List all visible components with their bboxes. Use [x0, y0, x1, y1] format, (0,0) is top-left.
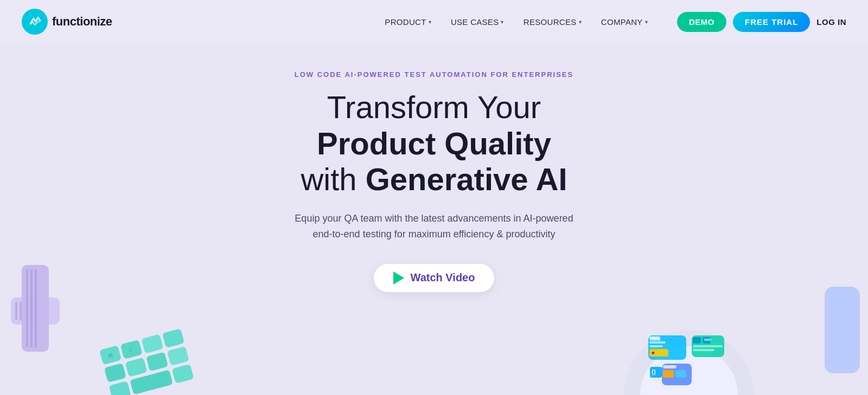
login-button[interactable]: LOG IN: [816, 17, 846, 27]
svg-rect-26: [649, 345, 663, 347]
svg-rect-33: [693, 349, 714, 351]
hero-title-line1: Transform Your: [327, 89, 541, 125]
svg-rect-14: [146, 352, 168, 371]
svg-text:SMS: SMS: [704, 338, 711, 341]
hero-content: LOW CODE AI-POWERED TEST AUTOMATION FOR …: [293, 70, 575, 292]
svg-rect-32: [693, 345, 723, 347]
hero-title-line2: Product Quality: [317, 126, 551, 161]
logo[interactable]: functionize: [22, 9, 112, 35]
svg-point-0: [22, 9, 48, 35]
svg-rect-18: [172, 364, 194, 384]
nav-actions: DEMO FREE TRIAL LOG IN: [677, 12, 846, 32]
svg-rect-35: [663, 365, 676, 368]
svg-rect-37: [675, 370, 686, 378]
svg-rect-36: [663, 370, 674, 378]
svg-rect-15: [167, 346, 189, 366]
nav-item-use-cases[interactable]: USE CASES ▾: [443, 13, 512, 31]
svg-rect-11: [162, 328, 184, 348]
teal-grid-decoration: ⌘ ⇧: [98, 314, 217, 395]
hero-title-line3-prefix: with: [301, 161, 365, 197]
nav-item-resources[interactable]: RESOURCES ▾: [516, 13, 589, 31]
svg-rect-5: [35, 269, 37, 347]
svg-rect-13: [125, 358, 147, 377]
watch-video-button[interactable]: Watch Video: [374, 264, 495, 292]
svg-rect-6: [15, 302, 17, 320]
hero-eyebrow: LOW CODE AI-POWERED TEST AUTOMATION FOR …: [295, 70, 573, 79]
hero-subtitle: Equip your QA team with the latest advan…: [293, 211, 575, 242]
svg-rect-43: [830, 292, 854, 368]
svg-rect-12: [104, 363, 126, 383]
svg-rect-3: [26, 269, 28, 347]
hero-section: ⌘ ⇧ ★ LOGIN SMS {}: [0, 43, 868, 395]
purple-cross-decoration: [11, 265, 98, 384]
hero-title: Transform Your Product Quality with Gene…: [301, 89, 567, 198]
svg-rect-4: [30, 269, 33, 347]
chevron-down-icon: ▾: [429, 19, 431, 25]
chevron-down-icon: ▾: [501, 19, 503, 25]
hero-title-line3: Generative AI: [366, 161, 567, 197]
svg-rect-16: [109, 381, 131, 395]
logo-text: functionize: [52, 15, 112, 29]
svg-text:LOGIN: LOGIN: [650, 338, 660, 341]
chevron-down-icon: ▾: [579, 19, 582, 25]
svg-rect-25: [649, 341, 666, 344]
nav-item-company[interactable]: COMPANY ▾: [593, 13, 655, 31]
demo-button[interactable]: DEMO: [677, 12, 726, 32]
arc-ui-decoration: ★ LOGIN SMS {}: [618, 287, 760, 395]
chevron-down-icon: ▾: [645, 19, 648, 25]
svg-rect-10: [141, 334, 163, 353]
svg-rect-30: [693, 337, 701, 344]
svg-text:★: ★: [651, 351, 655, 355]
nav-item-product[interactable]: PRODUCT ▾: [377, 13, 439, 31]
svg-rect-7: [20, 302, 22, 320]
navbar: functionize PRODUCT ▾ USE CASES ▾ RESOUR…: [0, 0, 868, 43]
blue-slab-decoration: [819, 287, 868, 384]
svg-text:{}: {}: [652, 369, 656, 375]
free-trial-button[interactable]: FREE TRIAL: [733, 12, 810, 32]
watch-video-label: Watch Video: [411, 271, 475, 284]
play-icon: [393, 271, 404, 284]
nav-links: PRODUCT ▾ USE CASES ▾ RESOURCES ▾ COMPAN…: [377, 13, 655, 31]
logo-icon: [22, 9, 48, 35]
